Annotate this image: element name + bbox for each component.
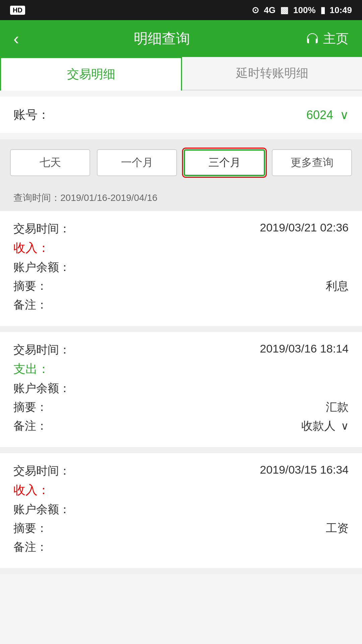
tx1-time-value: 2019/03/21 02:36	[260, 221, 349, 234]
tx1-summary-label: 摘要：	[13, 278, 48, 294]
tx1-remark-label: 备注：	[13, 297, 48, 313]
tx2-remark-value: 收款人	[301, 418, 336, 434]
tx3-type-label: 收入：	[13, 482, 349, 498]
tx3-balance-label: 账户余额：	[13, 502, 70, 517]
tx1-summary-row: 摘要： 利息	[13, 278, 349, 294]
tx2-remark-value-container[interactable]: 收款人 ∨	[301, 418, 349, 434]
account-selector[interactable]: 6024 ∨	[306, 108, 349, 122]
account-chevron-icon: ∨	[340, 108, 349, 122]
hd-badge: HD	[10, 6, 25, 15]
filter-section: 七天 一个月 三个月 更多查询	[0, 139, 362, 186]
nav-bar: ‹ 明细查询 主页	[0, 20, 362, 57]
headphone-icon	[305, 31, 320, 46]
account-number: 6024	[306, 108, 333, 122]
tx2-remark-label: 备注：	[13, 418, 48, 434]
tx3-summary-row: 摘要： 工资	[13, 521, 349, 536]
tx3-balance-row: 账户余额：	[13, 502, 349, 517]
tx2-time-label: 交易时间：	[13, 342, 70, 358]
tx2-remark-row: 备注： 收款人 ∨	[13, 418, 349, 434]
tx1-type-label: 收入：	[13, 240, 349, 256]
transaction-item-2: 交易时间： 2019/03/16 18:14 支出： 账户余额： 摘要： 汇款 …	[0, 332, 362, 453]
tx2-summary-value: 汇款	[326, 399, 349, 415]
query-time-label: 查询时间：2019/01/16-2019/04/16	[13, 193, 158, 203]
query-time: 查询时间：2019/01/16-2019/04/16	[0, 186, 362, 211]
tx2-remark-chevron-icon: ∨	[341, 420, 349, 432]
tab-bar: 交易明细 延时转账明细	[0, 57, 362, 91]
tx3-time-row: 交易时间： 2019/03/15 16:34	[13, 463, 349, 479]
account-section: 账号： 6024 ∨	[0, 97, 362, 133]
signal-bars-icon: ▩	[280, 5, 289, 15]
tab-transaction[interactable]: 交易明细	[0, 57, 182, 91]
tx2-type-label: 支出：	[13, 361, 349, 377]
tx1-time-label: 交易时间：	[13, 221, 70, 236]
tx3-summary-label: 摘要：	[13, 521, 48, 536]
tx1-time-row: 交易时间： 2019/03/21 02:36	[13, 221, 349, 236]
time-label: 10:49	[330, 5, 352, 15]
page-title: 明细查询	[134, 29, 190, 48]
tx3-remark-row: 备注：	[13, 539, 349, 555]
tx3-time-value: 2019/03/15 16:34	[260, 463, 349, 476]
filter-1month-button[interactable]: 一个月	[97, 149, 177, 176]
tab-delayed[interactable]: 延时转账明细	[182, 57, 362, 90]
wifi-icon: ⊙	[252, 5, 259, 15]
tx2-summary-label: 摘要：	[13, 399, 48, 415]
tx1-balance-label: 账户余额：	[13, 260, 70, 275]
tx3-remark-label: 备注：	[13, 539, 48, 555]
filter-7days-button[interactable]: 七天	[10, 149, 90, 176]
tx1-remark-row: 备注：	[13, 297, 349, 313]
tx2-summary-row: 摘要： 汇款	[13, 399, 349, 415]
tx2-balance-row: 账户余额：	[13, 381, 349, 396]
tx3-summary-value: 工资	[326, 521, 349, 536]
status-bar: HD ⊙ 4G ▩ 100% ▮ 10:49	[0, 0, 362, 20]
account-label: 账号：	[13, 107, 50, 123]
tx1-balance-row: 账户余额：	[13, 260, 349, 275]
signal-label: 4G	[264, 5, 276, 15]
battery-icon: ▮	[320, 5, 325, 15]
tx3-time-label: 交易时间：	[13, 463, 70, 479]
tx2-time-row: 交易时间： 2019/03/16 18:14	[13, 342, 349, 358]
tx1-summary-value: 利息	[326, 278, 349, 294]
back-button[interactable]: ‹	[13, 29, 19, 48]
home-button[interactable]: 主页	[305, 30, 349, 47]
filter-more-button[interactable]: 更多查询	[272, 149, 352, 176]
transaction-item-1: 交易时间： 2019/03/21 02:36 收入： 账户余额： 摘要： 利息 …	[0, 211, 362, 332]
battery-label: 100%	[293, 5, 316, 15]
tx2-time-value: 2019/03/16 18:14	[260, 342, 349, 355]
tx2-balance-label: 账户余额：	[13, 381, 70, 396]
filter-3months-button[interactable]: 三个月	[184, 149, 265, 176]
home-label: 主页	[323, 30, 349, 47]
transaction-item-3: 交易时间： 2019/03/15 16:34 收入： 账户余额： 摘要： 工资 …	[0, 453, 362, 574]
